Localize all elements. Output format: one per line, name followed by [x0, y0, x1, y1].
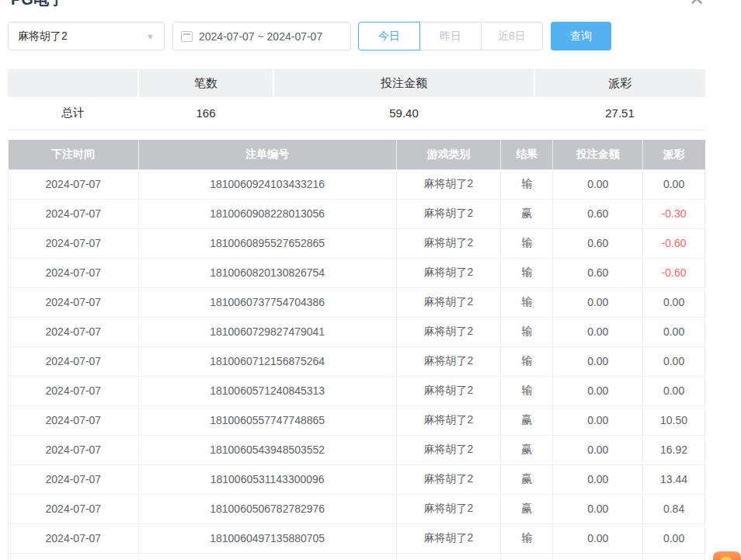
- cell-time: 2024-07-07: [9, 376, 139, 405]
- cell-payout: -0.30: [643, 199, 705, 228]
- cell-bet_no: 1810060729827479041: [138, 317, 396, 346]
- records-header-0: 下注时间: [9, 140, 139, 169]
- cell-payout: 0.00: [643, 346, 705, 376]
- summary-header-bet-amount: 投注金额: [273, 69, 534, 97]
- cell-payout: -0.60: [643, 258, 705, 287]
- game-select-value: 麻将胡了2: [18, 30, 68, 43]
- records-table: 下注时间注单编号游戏类别结果投注金额派彩 2024-07-07181006092…: [8, 140, 705, 560]
- cell-payout: 0.00: [643, 317, 705, 346]
- cell-game: 麻将胡了2: [396, 494, 501, 523]
- cell-result: 输: [501, 346, 553, 376]
- table-row: 2024-07-071810060729827479041麻将胡了2输0.000…: [9, 317, 705, 346]
- cell-bet_no: 1810060571240845313: [138, 376, 396, 405]
- records-header-1: 注单编号: [138, 140, 396, 169]
- summary-total-payout: 27.51: [534, 97, 705, 130]
- cell-bet_no: 1810060497135880705: [138, 523, 396, 553]
- cell-game: 麻将胡了2: [396, 346, 501, 376]
- cell-amount: 0.00: [553, 169, 643, 199]
- cell-result: 赢: [501, 199, 553, 228]
- chevron-down-icon: ▼: [146, 32, 155, 41]
- cell-bet_no: 1810060712156875264: [138, 346, 396, 376]
- cell-result: 输: [501, 169, 553, 199]
- table-row: 2024-07-071810060895527652865麻将胡了2输0.60-…: [9, 228, 705, 258]
- cell-payout: -0.60: [643, 228, 705, 258]
- cell-amount: 0.00: [553, 464, 643, 494]
- cell-time: 2024-07-07: [9, 523, 139, 553]
- cell-time: 2024-07-07: [9, 317, 139, 346]
- coin-promo-icon: [720, 556, 732, 560]
- page-title: PG电子: [11, 0, 64, 10]
- cell-time: 2024-07-07: [9, 199, 139, 228]
- cell-time: 2024-07-07: [9, 169, 139, 199]
- cell-time: 2024-07-07: [9, 346, 139, 376]
- cell-bet_no: 1810060531143300096: [138, 464, 396, 494]
- today-button[interactable]: 今日: [358, 22, 420, 50]
- cell-result: 输: [501, 317, 553, 346]
- game-select[interactable]: 麻将胡了2 ▼: [8, 22, 165, 50]
- cell-game: 麻将胡了2: [396, 317, 501, 346]
- cell-bet_no: 1810060737754704386: [138, 287, 396, 317]
- summary-total-row: 总计 166 59.40 27.51: [8, 97, 705, 130]
- summary-total-count: 166: [138, 97, 273, 130]
- cell-game: 麻将胡了2: [396, 199, 501, 228]
- promo-float-button[interactable]: [713, 551, 741, 560]
- cell-payout: 0.00: [643, 287, 705, 317]
- summary-header-count: 笔数: [138, 69, 273, 97]
- cell-result: 赢: [501, 435, 553, 464]
- cell-result: 输: [501, 228, 553, 258]
- last8days-button[interactable]: 近8日: [481, 22, 543, 50]
- cell-game: 麻将胡了2: [396, 405, 501, 435]
- table-row: 2024-07-071810060820130826754麻将胡了2输0.60-…: [9, 258, 705, 287]
- cell-amount: 0.00: [553, 346, 643, 376]
- cell-payout: 0.00: [643, 169, 705, 199]
- yesterday-button[interactable]: 昨日: [419, 22, 482, 50]
- records-header-row: 下注时间注单编号游戏类别结果投注金额派彩: [9, 140, 705, 169]
- query-button[interactable]: 查询: [551, 22, 611, 50]
- cell-result: 输: [501, 523, 553, 553]
- summary-header-blank: [8, 69, 138, 97]
- cell-payout: 10.50: [643, 405, 705, 435]
- cell-payout: 0.84: [643, 494, 705, 523]
- table-row: 2024-07-071810060737754704386麻将胡了2输0.000…: [9, 287, 705, 317]
- table-row: 2024-07-071810060531143300096麻将胡了2赢0.001…: [9, 464, 705, 494]
- cell-game: 麻将胡了2: [396, 169, 501, 199]
- close-icon[interactable]: ✕: [689, 0, 704, 9]
- summary-table: 笔数 投注金额 派彩 总计 166 59.40 27.51: [8, 69, 705, 130]
- summary-total-bet-amount: 59.40: [273, 97, 534, 130]
- cell-bet_no: 1810060543948503552: [138, 435, 396, 464]
- cell-result: 输: [501, 258, 553, 287]
- cell-result: 赢: [501, 464, 553, 494]
- table-row: 2024-07-071810060571240845313麻将胡了2输0.000…: [9, 376, 705, 405]
- cell-time: 2024-07-07: [9, 228, 139, 258]
- cell-game: 麻将胡了2: [396, 376, 501, 405]
- cell-amount: 0.60: [553, 258, 643, 287]
- cell-game: 麻将胡了2: [396, 258, 501, 287]
- summary-total-label: 总计: [8, 97, 138, 130]
- summary-header-row: 笔数 投注金额 派彩: [8, 69, 705, 97]
- cell-amount: 0.00: [553, 405, 643, 435]
- quick-range-group: 今日 昨日 近8日: [358, 22, 543, 50]
- summary-header-payout: 派彩: [534, 69, 705, 97]
- table-row: 2024-07-071810060924103433216麻将胡了2输0.000…: [9, 169, 705, 199]
- cell-amount: 0.00: [553, 435, 643, 464]
- table-row: 2024-07-071810060543948503552麻将胡了2赢0.001…: [9, 435, 705, 464]
- records-header-3: 结果: [501, 140, 553, 169]
- cell-bet_no: 1810060557747748865: [138, 405, 396, 435]
- date-range-input[interactable]: 2024-07-07 ~ 2024-07-07: [172, 22, 351, 50]
- table-row: 2024-07-071810060497135880705麻将胡了2输0.000…: [9, 523, 705, 553]
- table-row: 2024-07-071810060506782782976麻将胡了2赢0.000…: [9, 494, 705, 523]
- cell-bet_no: 1810060924103433216: [138, 169, 396, 199]
- cell-game: 麻将胡了2: [396, 523, 501, 553]
- cell-time: 2024-07-07: [9, 494, 139, 523]
- records-header-2: 游戏类别: [396, 140, 501, 169]
- cell-amount: 0.60: [553, 228, 643, 258]
- cell-result: 赢: [501, 494, 553, 523]
- cell-payout: 0.00: [643, 523, 705, 553]
- cell-empty: [396, 553, 501, 560]
- cell-empty: [643, 553, 705, 560]
- cell-time: 2024-07-07: [9, 287, 139, 317]
- cell-bet_no: 1810060820130826754: [138, 258, 396, 287]
- cell-game: 麻将胡了2: [396, 287, 501, 317]
- cell-empty: [9, 553, 139, 560]
- cell-result: 输: [501, 376, 553, 405]
